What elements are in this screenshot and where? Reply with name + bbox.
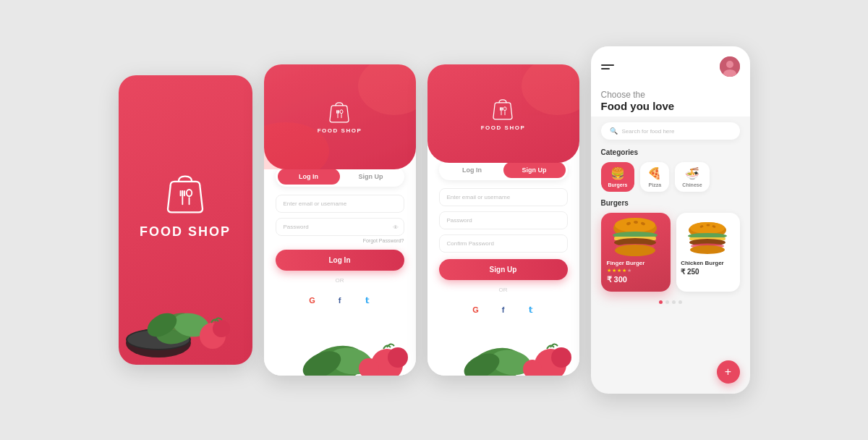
signup-password-input[interactable]: Password (439, 211, 568, 229)
burger-category-label: Burgers (608, 182, 628, 187)
menu-line-1 (601, 64, 614, 66)
search-bar[interactable]: 🔍 Search for food here (601, 122, 740, 140)
search-placeholder: Search for food here (622, 128, 675, 135)
category-chinese[interactable]: 🍜 Chinese (675, 162, 709, 192)
svg-point-45 (615, 218, 655, 232)
search-icon: 🔍 (610, 127, 618, 135)
svg-point-14 (358, 64, 416, 115)
splash-food-decoration (119, 285, 252, 365)
signup-screen: FOOD SHOP Log In Sign Up Enter email or … (427, 64, 579, 376)
svg-point-53 (615, 245, 655, 256)
user-avatar[interactable] (720, 56, 740, 77)
svg-point-15 (264, 122, 329, 169)
bag-logo-icon (163, 172, 207, 216)
menu-line-2 (601, 68, 610, 69)
burger-svg-plain (684, 219, 731, 255)
eye-icon: 👁 (393, 224, 399, 230)
dot-1 (659, 300, 663, 304)
chinese-category-label: Chinese (682, 182, 702, 187)
dot-4 (678, 300, 682, 304)
food-love-text: Food you love (601, 100, 740, 112)
svg-point-55 (690, 222, 725, 234)
signup-email-input[interactable]: Enter email or username (439, 188, 568, 206)
finger-burger-stars: ★ ★ ★ ★ ★ (607, 268, 665, 274)
facebook-login-btn[interactable]: f (331, 292, 349, 309)
burger-svg-featured (608, 215, 663, 258)
chicken-burger-name: Chicken Burger (681, 260, 735, 266)
signup-tab[interactable]: Sign Up (340, 169, 402, 185)
signup-bottom-decor (427, 324, 579, 376)
signup-button[interactable]: Sign Up (439, 259, 568, 280)
chicken-burger-price: ₹ 250 (681, 268, 735, 276)
signup-or-divider: OR (439, 287, 568, 293)
home-header (591, 46, 750, 82)
svg-point-63 (690, 245, 725, 254)
login-header: FOOD SHOP (264, 64, 416, 169)
login-tab[interactable]: Log In (278, 169, 340, 185)
svg-point-57 (707, 224, 710, 226)
login-tab-row: Log In Sign Up (276, 166, 404, 187)
home-screen: Choose the Food you love 🔍 Search for fo… (591, 46, 750, 394)
star-4: ★ (622, 268, 626, 274)
google-login-btn[interactable]: G (304, 292, 321, 309)
categories-title: Categories (601, 148, 740, 156)
avatar-image (720, 56, 740, 77)
pizza-category-label: Pizza (649, 182, 662, 187)
finger-burger-info: Finger Burger ★ ★ ★ ★ ★ ₹ 300 (601, 260, 671, 284)
splash-app-title: FOOD SHOP (140, 224, 231, 240)
svg-point-36 (551, 347, 571, 368)
password-input-wrapper: Password 👁 (276, 218, 404, 236)
signup-facebook-btn[interactable]: f (495, 301, 512, 318)
finger-burger-name: Finger Burger (607, 260, 665, 266)
category-burgers[interactable]: 🍔 Burgers (601, 162, 635, 192)
splash-screen: FOOD SHOP (119, 75, 252, 365)
forgot-password-link[interactable]: Forgot Password? (276, 238, 404, 243)
signup-social-row: G f 𝕥 (439, 301, 568, 318)
fab-button[interactable]: + (717, 360, 740, 384)
burgers-section-title: Burgers (601, 199, 740, 207)
svg-point-28 (522, 64, 579, 115)
or-divider: OR (276, 277, 404, 284)
pizza-category-icon: 🍕 (647, 166, 662, 180)
categories-row: 🍔 Burgers 🍕 Pizza 🍜 Chinese (601, 162, 740, 192)
password-input[interactable]: Password (276, 218, 404, 236)
star-2: ★ (612, 268, 616, 274)
login-bottom-decor (264, 321, 416, 376)
svg-point-23 (388, 347, 408, 368)
finger-burger-image (601, 213, 671, 260)
chinese-category-icon: 🍜 (685, 166, 699, 180)
products-row: Finger Burger ★ ★ ★ ★ ★ ₹ 300 (601, 213, 740, 292)
burger-category-icon: 🍔 (610, 166, 625, 180)
dot-3 (672, 300, 676, 304)
menu-hamburger-icon[interactable] (601, 64, 614, 69)
signup-twitter-btn[interactable]: 𝕥 (522, 301, 540, 318)
home-title-area: Choose the Food you love (591, 82, 750, 117)
chicken-burger-image (681, 217, 735, 257)
social-login-row: G f 𝕥 (276, 292, 404, 309)
burgers-section: Burgers (591, 196, 750, 295)
svg-point-42 (726, 61, 733, 68)
product-card-finger-burger[interactable]: Finger Burger ★ ★ ★ ★ ★ ₹ 300 (601, 213, 671, 292)
login-button[interactable]: Log In (276, 250, 404, 271)
category-pizza[interactable]: 🍕 Pizza (640, 162, 669, 192)
splash-logo: FOOD SHOP (140, 172, 231, 240)
product-card-chicken-burger[interactable]: Chicken Burger ₹ 250 (676, 213, 739, 292)
signup-header: FOOD SHOP (427, 64, 579, 163)
carousel-dots (591, 300, 750, 304)
email-input[interactable]: Enter email or username (276, 195, 404, 213)
login-screen: FOOD SHOP Log In Sign Up Enter email or … (264, 64, 416, 376)
dot-2 (665, 300, 669, 304)
twitter-login-btn[interactable]: 𝕥 (359, 292, 376, 309)
svg-point-5 (187, 190, 192, 196)
categories-section: Categories 🍔 Burgers 🍕 Pizza 🍜 Chinese (591, 145, 750, 196)
finger-burger-price: ₹ 300 (607, 275, 665, 284)
svg-point-13 (213, 320, 230, 337)
choose-text: Choose the (601, 90, 740, 100)
star-5: ★ (627, 268, 631, 274)
star-3: ★ (617, 268, 621, 274)
star-1: ★ (607, 268, 611, 274)
signup-confirm-password-input[interactable]: Confirm Password (439, 234, 568, 253)
signup-google-btn[interactable]: G (467, 301, 485, 318)
